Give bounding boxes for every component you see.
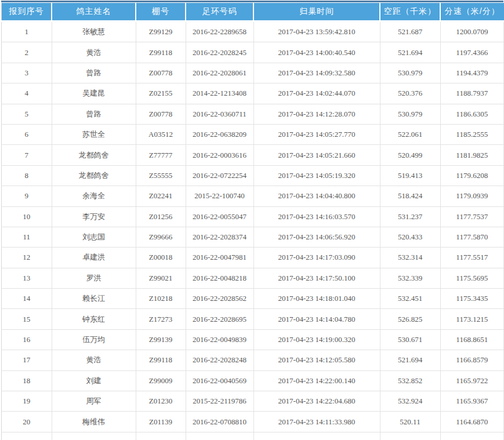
column-header-loft: 棚号 [136, 3, 186, 21]
cell-ring: 2015-22-2119786 [186, 391, 253, 412]
table-row: 14赖长江Z102182016-22-20285622017-04-23 14:… [2, 289, 504, 309]
column-header-ring: 足环号码 [186, 3, 253, 21]
table-top-accent-bar [1, 1, 503, 2]
table-row: 11刘志国Z996662016-22-20283742017-04-23 14:… [2, 227, 504, 247]
table-row-partial [2, 432, 504, 440]
cell-loft: Z99118 [136, 42, 186, 63]
cell-distance: 532.924 [380, 391, 440, 412]
cell-owner: 周军 [52, 391, 136, 412]
cell-ring: 2016-22-0360711 [186, 104, 253, 124]
cell-ring: 2016-22-0722254 [186, 165, 253, 186]
cell-loft: Z77777 [136, 145, 186, 165]
cell-rank: 12 [2, 248, 52, 268]
cell-owner: 伍万均 [52, 329, 136, 350]
cell-time: 2017-04-23 14:00:40.540 [253, 42, 380, 63]
cell-speed: 1179.6208 [440, 165, 504, 186]
cell-loft: Z01256 [136, 206, 186, 227]
cell-rank: 1 [2, 21, 52, 42]
cell-rank: 4 [2, 83, 52, 104]
cell-time: 2017-04-23 14:02:44.070 [253, 83, 380, 104]
cell-ring: 2016-22-2028245 [186, 42, 253, 63]
cell-ring: 2016-22-2028695 [186, 309, 253, 329]
cell-owner: 李万安 [52, 206, 136, 227]
cell-time: 2017-04-23 14:12:05.580 [253, 350, 380, 370]
cell-loft: Z00778 [136, 63, 186, 83]
cell-owner: 黄浩 [52, 42, 136, 63]
pigeon-race-results-table: 报到序号鸽主姓名棚号足环号码归巢时间空距（千米）分速（米/分） 1张敏慧Z991… [1, 3, 504, 440]
cell-rank: 17 [2, 350, 52, 370]
cell-loft: Z10218 [136, 289, 186, 309]
table-row: 19周军Z012302015-22-21197862017-04-23 14:2… [2, 391, 504, 412]
table-row: 9余海全Z022412015-22-1007402017-04-23 14:04… [2, 186, 504, 206]
cell-distance: 530.979 [380, 63, 440, 83]
cell-owner: 苏世全 [52, 124, 136, 144]
table-row: 18刘建Z990092016-22-00405692017-04-23 14:2… [2, 370, 504, 391]
cell-loft: Z99139 [136, 329, 186, 350]
cell-speed: 1179.0939 [440, 186, 504, 206]
cell-speed: 1165.9367 [440, 391, 504, 412]
cell-ring: 2016-22-0048218 [186, 268, 253, 288]
cell-rank: 6 [2, 124, 52, 144]
cell-rank: 10 [2, 206, 52, 227]
cell-rank: 8 [2, 165, 52, 186]
cell-owner: 龙都鸽舍 [52, 145, 136, 165]
cell-time: 2017-04-23 14:19:00.320 [253, 329, 380, 350]
cell-empty [440, 432, 504, 440]
header-row: 报到序号鸽主姓名棚号足环号码归巢时间空距（千米）分速（米/分） [2, 3, 504, 21]
results-table-header: 报到序号鸽主姓名棚号足环号码归巢时间空距（千米）分速（米/分） [2, 3, 504, 21]
cell-loft: Z17273 [136, 309, 186, 329]
table-row: 17黄浩Z991182016-22-20282482017-04-23 14:1… [2, 350, 504, 370]
cell-owner: 黄浩 [52, 350, 136, 370]
column-header-speed: 分速（米/分） [440, 3, 504, 21]
cell-speed: 1188.7937 [440, 83, 504, 104]
cell-time: 2017-04-23 14:06:56.920 [253, 227, 380, 247]
table-row: 7龙都鸽舍Z777772016-22-00036162017-04-23 14:… [2, 145, 504, 165]
cell-rank: 19 [2, 391, 52, 412]
race-results-page: 报到序号鸽主姓名棚号足环号码归巢时间空距（千米）分速（米/分） 1张敏慧Z991… [0, 0, 504, 440]
table-row: 1张敏慧Z991292016-22-22896582017-04-23 13:5… [2, 21, 504, 42]
cell-distance: 519.413 [380, 165, 440, 186]
cell-distance: 520.376 [380, 83, 440, 104]
cell-ring: 2016-22-2028562 [186, 289, 253, 309]
cell-empty [136, 432, 186, 440]
cell-loft: Z99021 [136, 268, 186, 288]
cell-speed: 1186.6305 [440, 104, 504, 124]
cell-speed: 1166.8579 [440, 350, 504, 370]
cell-distance: 530.671 [380, 329, 440, 350]
cell-ring: 2016-22-0003616 [186, 145, 253, 165]
cell-time: 2017-04-23 14:22:00.140 [253, 370, 380, 391]
table-row: 4吴建昆Z021552014-22-12134082017-04-23 14:0… [2, 83, 504, 104]
cell-empty [186, 432, 253, 440]
cell-distance: 521.687 [380, 21, 440, 42]
cell-owner: 张敏慧 [52, 21, 136, 42]
cell-time: 2017-04-23 14:09:32.580 [253, 63, 380, 83]
cell-loft: Z02241 [136, 186, 186, 206]
cell-owner: 钟东红 [52, 309, 136, 329]
cell-loft: Z99129 [136, 21, 186, 42]
cell-owner: 罗洪 [52, 268, 136, 288]
column-header-rank: 报到序号 [2, 3, 52, 21]
cell-distance: 521.694 [380, 42, 440, 63]
cell-distance: 532.314 [380, 248, 440, 268]
cell-time: 2017-04-23 13:59:42.810 [253, 21, 380, 42]
cell-rank: 11 [2, 227, 52, 247]
cell-loft: Z00778 [136, 104, 186, 124]
cell-distance: 522.061 [380, 124, 440, 144]
cell-owner: 余海全 [52, 186, 136, 206]
column-header-time: 归巢时间 [253, 3, 380, 21]
cell-owner: 刘志国 [52, 227, 136, 247]
cell-distance: 532.451 [380, 289, 440, 309]
cell-speed: 1175.3435 [440, 289, 504, 309]
cell-speed: 1164.6870 [440, 412, 504, 432]
cell-owner: 赖长江 [52, 289, 136, 309]
cell-speed: 1177.5870 [440, 227, 504, 247]
table-row: 12卓建洪Z000182016-22-00479812017-04-23 14:… [2, 248, 504, 268]
table-row: 13罗洪Z990212016-22-00482182017-04-23 14:1… [2, 268, 504, 288]
cell-speed: 1177.7537 [440, 206, 504, 227]
table-row: 16伍万均Z991392016-22-00498392017-04-23 14:… [2, 329, 504, 350]
cell-distance: 532.852 [380, 370, 440, 391]
cell-loft: Z99666 [136, 227, 186, 247]
cell-rank: 3 [2, 63, 52, 83]
cell-loft: A03512 [136, 124, 186, 144]
cell-rank: 2 [2, 42, 52, 63]
